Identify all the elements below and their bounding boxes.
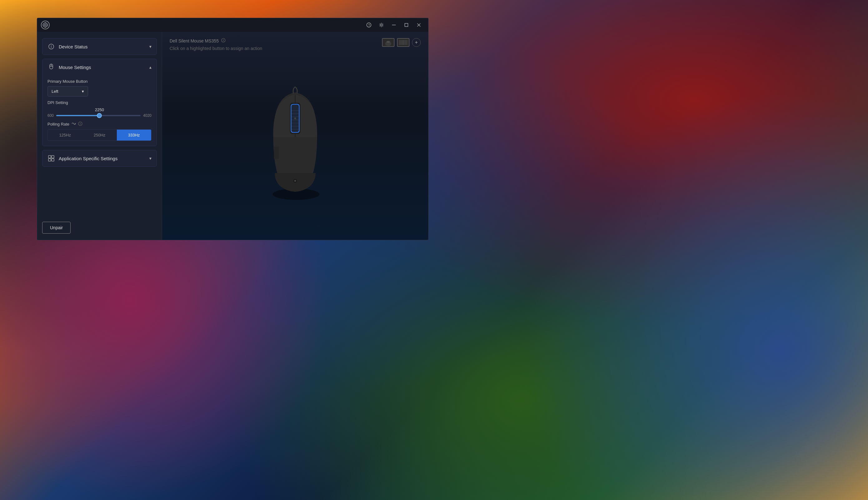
dpi-value-row: 2250 [47,107,151,112]
dropdown-arrow: ▾ [82,89,84,94]
svg-rect-10 [405,23,408,26]
svg-point-31 [386,41,390,43]
polling-info-icon[interactable] [78,122,82,127]
svg-rect-23 [52,156,54,158]
svg-point-0 [43,23,47,27]
mouse-settings-header[interactable]: Mouse Settings ▴ [43,59,157,75]
svg-point-15 [51,45,52,46]
app-settings-chevron: ▾ [149,156,151,161]
dpi-max: 4020 [143,113,151,118]
app-settings-title: Application Specific Settings [59,156,146,161]
device-status-title: Device Status [59,44,146,49]
polling-rate-group: Polling Rate [47,122,151,141]
right-panel: Dell Silent Mouse MS355 Click on a highl… [162,32,428,240]
dpi-slider-fill [56,115,99,116]
dpi-slider-row: 600 4020 [47,113,151,118]
maximize-button[interactable] [401,19,412,31]
dpi-group: DPI Setting 2250 600 4020 [47,100,151,118]
title-bar: ? [37,18,428,32]
svg-point-50 [294,180,296,182]
close-button[interactable] [413,19,424,31]
mouse-settings-content: Primary Mouse Button Left ▾ DPI Setting … [43,79,157,146]
dpi-slider-thumb[interactable] [97,113,102,118]
dpi-label: DPI Setting [47,100,151,105]
minimize-button[interactable] [388,19,399,31]
unpair-button[interactable]: Unpair [42,222,71,234]
polling-icon [71,122,76,127]
polling-125hz-button[interactable]: 125Hz [48,129,82,140]
svg-point-1 [44,24,46,26]
profile-1-thumbnail[interactable] [382,38,395,47]
svg-rect-48 [274,147,279,159]
device-info-icon[interactable] [221,38,226,43]
profile-2-thumbnail[interactable] [397,38,410,47]
device-status-section: Device Status ▾ [42,38,157,55]
app-settings-header[interactable]: Application Specific Settings ▾ [43,150,157,167]
polling-333hz-button[interactable]: 333Hz [117,129,151,140]
mouse-settings-section: Mouse Settings ▴ Primary Mouse Button Le… [42,59,157,146]
svg-point-28 [223,39,224,40]
dpi-slider-track[interactable] [56,115,140,116]
primary-button-group: Primary Mouse Button Left ▾ [47,79,151,96]
dpi-current-value: 2250 [95,107,104,112]
title-bar-left [41,21,50,29]
mouse-image [248,86,342,204]
main-content: Device Status ▾ Mouse Settings ▴ [37,32,428,240]
add-profile-button[interactable]: + [412,38,421,47]
svg-point-47 [294,117,296,119]
device-name: Dell Silent Mouse MS355 [170,38,219,43]
app-settings-section: Application Specific Settings ▾ [42,150,157,167]
mouse-display [170,56,421,234]
dpi-min: 600 [47,113,54,118]
settings-button[interactable] [376,19,387,31]
mouse-settings-icon [47,64,55,71]
app-logo [41,21,50,29]
polling-250hz-button[interactable]: 250Hz [82,129,116,140]
svg-rect-25 [52,159,54,161]
polling-rate-label: Polling Rate [47,122,69,126]
svg-text:?: ? [368,23,370,27]
profile-area: + [382,38,421,47]
svg-point-21 [80,123,81,123]
device-status-header[interactable]: Device Status ▾ [43,38,157,55]
app-window: ? [37,18,429,240]
device-status-icon [47,43,55,50]
svg-rect-24 [48,159,51,161]
primary-button-label: Primary Mouse Button [47,79,151,84]
svg-point-8 [380,24,382,26]
sidebar: Device Status ▾ Mouse Settings ▴ [37,32,162,240]
device-status-chevron: ▾ [149,44,151,49]
title-bar-controls: ? [363,19,424,31]
app-settings-icon [47,155,55,162]
polling-buttons: 125Hz 250Hz 333Hz [47,129,151,141]
mouse-settings-title: Mouse Settings [59,65,146,70]
polling-label-row: Polling Rate [47,122,151,127]
primary-button-value: Left [52,89,58,94]
primary-button-dropdown[interactable]: Left ▾ [47,86,88,96]
help-button[interactable]: ? [363,19,375,31]
mouse-settings-chevron: ▴ [149,65,151,70]
svg-rect-22 [48,156,51,158]
